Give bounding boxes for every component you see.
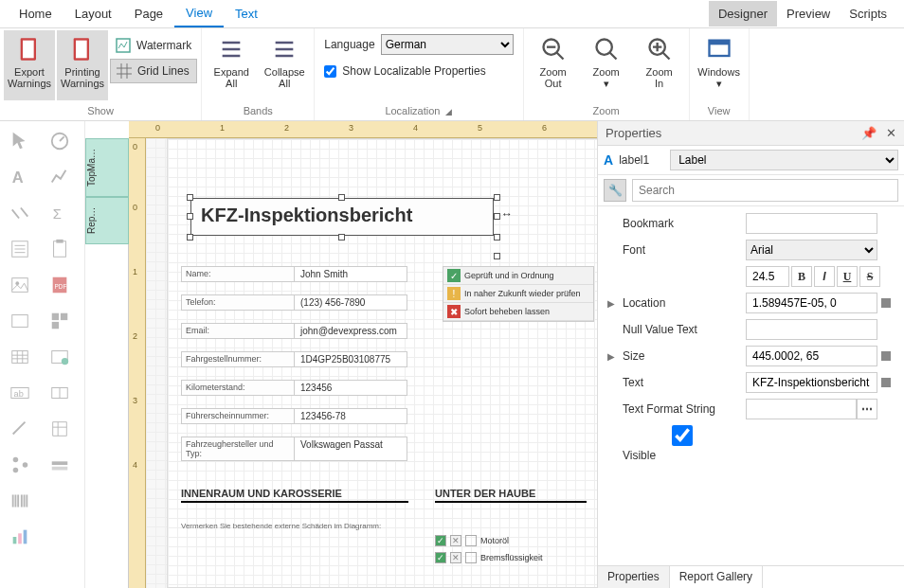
spacer-tool[interactable] <box>42 485 78 517</box>
svg-rect-24 <box>12 351 28 364</box>
report-page[interactable]: KFZ-Inspektionsbericht ↔ Name:John Smith… <box>167 138 597 588</box>
label-type-icon: A <box>604 152 613 168</box>
label-tool[interactable]: A <box>2 161 38 193</box>
zoom-in-button[interactable]: Zoom In <box>634 30 685 100</box>
table-tool[interactable] <box>2 341 38 373</box>
cell-tool[interactable] <box>42 377 78 409</box>
prop-nulltext-input[interactable] <box>746 319 877 340</box>
underline-button[interactable]: U <box>837 266 858 287</box>
band-top-margin[interactable]: TopMa… <box>85 138 129 197</box>
prop-font-size-input[interactable] <box>746 266 789 287</box>
line-tool[interactable] <box>2 197 38 229</box>
strike-button[interactable]: S <box>859 266 880 287</box>
clipboard-tool[interactable] <box>42 233 78 265</box>
pdf-tool[interactable]: PDF <box>42 269 78 301</box>
panel-tool[interactable] <box>2 305 38 337</box>
expand-icon <box>218 36 244 62</box>
printing-warnings-button[interactable]: Printing Warnings <box>57 30 108 100</box>
italic-button[interactable]: I <box>814 266 835 287</box>
report-field-row[interactable]: Name:John Smith <box>181 266 407 282</box>
prop-text-input[interactable] <box>746 372 877 393</box>
check-row-1[interactable]: ✓✕ Motoröl <box>435 535 509 546</box>
canvas[interactable]: KFZ-Inspektionsbericht ↔ Name:John Smith… <box>146 138 597 588</box>
barcode-tool[interactable] <box>2 485 38 517</box>
ruler-vertical[interactable]: 0 0 1 2 3 4 <box>129 138 146 588</box>
crosstab-tool[interactable] <box>42 413 78 445</box>
svg-point-31 <box>13 468 19 473</box>
mode-preview[interactable]: Preview <box>777 1 840 27</box>
menu-home[interactable]: Home <box>8 1 63 27</box>
prop-bookmark-input[interactable] <box>746 213 877 234</box>
prop-label-size: Size <box>623 349 742 363</box>
pointer-tool[interactable] <box>2 125 38 157</box>
resize-handle-icon[interactable]: ↔ <box>501 207 513 221</box>
collapse-all-button[interactable]: Collapse All <box>259 30 310 100</box>
document-warning-icon <box>69 36 96 62</box>
report-field-row[interactable]: Fahrgestellnummer:1D4GP25B03108775 <box>181 351 407 367</box>
report-field-row[interactable]: Kilometerstand:123456 <box>181 380 407 396</box>
prop-font-select[interactable]: Arial <box>746 240 877 260</box>
report-field-row[interactable]: Telefon:(123) 456-7890 <box>181 294 407 311</box>
windows-button[interactable]: Windows▾ <box>694 30 745 100</box>
object-type-select[interactable]: Label <box>670 150 898 170</box>
properties-search-input[interactable] <box>632 179 898 202</box>
chart-tool[interactable] <box>42 161 78 193</box>
ruler-horizontal[interactable]: 0 1 2 3 4 5 6 <box>129 121 597 138</box>
prop-size-input[interactable] <box>746 346 877 366</box>
ribbon-group-bands: Expand All Collapse All Bands <box>202 28 315 120</box>
sum-tool[interactable]: Σ <box>42 197 78 229</box>
menu-text[interactable]: Text <box>224 1 269 27</box>
show-localizable-checkbox[interactable] <box>324 65 336 78</box>
pin-icon[interactable]: 📌 <box>861 126 877 140</box>
checklist-tool[interactable] <box>2 233 38 265</box>
layers-tool[interactable] <box>42 449 78 481</box>
export-warnings-button[interactable]: Export Warnings <box>4 30 55 100</box>
zoom-button[interactable]: Zoom▾ <box>581 30 632 100</box>
wrench-icon[interactable]: 🔧 <box>604 179 626 202</box>
grid-icon <box>117 63 132 79</box>
ellipsis-button[interactable]: ⋯ <box>857 399 877 419</box>
report-field-row[interactable]: Fahrzeughersteller und Typ:Volkswagen Pa… <box>181 437 407 461</box>
expand-all-button[interactable]: Expand All <box>206 30 257 100</box>
mode-designer[interactable]: Designer <box>709 1 777 27</box>
zoom-out-button[interactable]: Zoom Out <box>528 30 579 100</box>
design-surface[interactable]: TopMa… Rep… 0 1 2 3 4 5 6 0 0 1 2 3 4 KF… <box>85 121 597 588</box>
picture-tool[interactable] <box>2 269 38 301</box>
language-select[interactable]: German <box>381 34 514 55</box>
grid-lines-button[interactable]: Grid Lines <box>110 59 197 83</box>
bold-button[interactable]: B <box>791 266 812 287</box>
close-icon[interactable]: ✕ <box>886 126 896 140</box>
expand-icon[interactable]: ▶ <box>604 351 619 362</box>
gauge-tool[interactable] <box>42 125 78 157</box>
check-row-2[interactable]: ✓✕ Bremsflüssigkeit <box>435 552 543 563</box>
watermark-icon <box>116 38 131 53</box>
menu-layout[interactable]: Layout <box>63 1 123 27</box>
svg-rect-22 <box>61 313 67 320</box>
text-ab-tool[interactable]: ab <box>2 377 38 409</box>
properties-header: Properties 📌 ✕ <box>598 121 904 146</box>
zoom-out-icon <box>540 36 567 62</box>
watermark-button[interactable]: Watermark <box>110 34 197 57</box>
tab-properties[interactable]: Properties <box>598 566 670 588</box>
dialog-launcher-icon[interactable]: ◢ <box>445 107 452 116</box>
shape-tool[interactable] <box>2 413 38 445</box>
ribbon-group-localization: Language German Show Localizable Propert… <box>315 28 523 120</box>
info-tool[interactable] <box>42 341 78 373</box>
prop-format-input[interactable] <box>746 399 857 419</box>
prop-visible-checkbox[interactable] <box>623 425 742 446</box>
hierarchy-tool[interactable] <box>2 449 38 481</box>
property-list: Bookmark Font Arial B I U S <box>598 206 904 565</box>
report-field-row[interactable]: Führerscheinnummer:123456-78 <box>181 408 407 424</box>
report-field-row[interactable]: Email:john@devexpress.com <box>181 323 407 339</box>
menu-view[interactable]: View <box>174 0 224 27</box>
menu-page[interactable]: Page <box>123 1 174 27</box>
tab-report-gallery[interactable]: Report Gallery <box>670 566 763 588</box>
prop-location-input[interactable] <box>746 293 877 313</box>
expand-icon[interactable]: ▶ <box>604 298 619 309</box>
bar-chart-tool[interactable] <box>2 521 38 553</box>
mode-scripts[interactable]: Scripts <box>840 1 896 27</box>
selected-label-control[interactable]: KFZ-Inspektionsbericht <box>190 198 494 236</box>
dashboard-tool[interactable] <box>42 305 78 337</box>
band-report-header[interactable]: Rep… <box>85 197 129 244</box>
field-label: Email: <box>181 323 295 339</box>
